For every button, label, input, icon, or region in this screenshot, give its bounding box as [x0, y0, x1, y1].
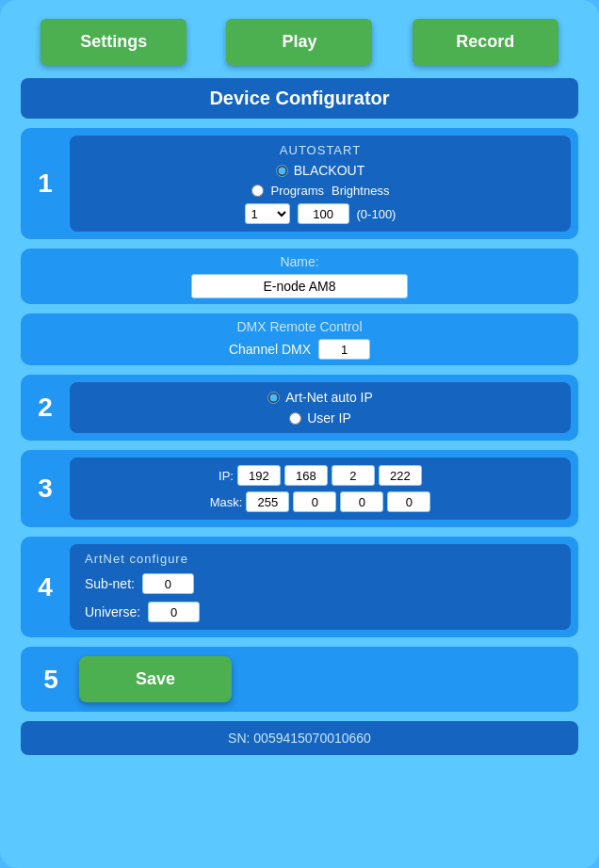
blackout-radio[interactable] — [276, 165, 288, 177]
dmx-title: DMX Remote Control — [34, 319, 565, 334]
brightness-input[interactable] — [298, 203, 349, 224]
section1-row: 1 AUTOSTART BLACKOUT Programs Brightness… — [21, 128, 578, 239]
ip-label: IP: — [219, 469, 234, 483]
ip-row: IP: — [219, 465, 422, 486]
section3-number: 3 — [28, 458, 62, 520]
user-ip-radio[interactable] — [289, 412, 301, 425]
ip2-input[interactable] — [284, 465, 328, 486]
autostart-title: AUTOSTART — [280, 143, 361, 157]
universe-input[interactable] — [148, 602, 200, 622]
user-ip-label: User IP — [307, 410, 351, 426]
mask3-input[interactable] — [340, 491, 383, 512]
save-button[interactable]: Save — [79, 656, 232, 702]
section2-row: 2 Art-Net auto IP User IP — [21, 375, 578, 441]
name-label: Name: — [34, 254, 565, 269]
sn-bar: SN: 0059415070010660 — [21, 721, 578, 755]
section5-number: 5 — [34, 665, 68, 695]
dmx-channel-row: Channel DMX — [229, 339, 370, 360]
blackout-label: BLACKOUT — [294, 163, 364, 178]
artnet-auto-label: Art-Net auto IP — [285, 390, 373, 405]
artnet-ip-panel: Art-Net auto IP User IP — [70, 382, 571, 433]
artnet-configure-title: ArtNet configure — [85, 552, 188, 566]
programs-select[interactable]: 1 2 3 — [245, 203, 290, 224]
user-ip-row: User IP — [289, 410, 351, 426]
programs-label: Programs — [271, 184, 324, 198]
programs-brightness-row: Programs Brightness — [251, 184, 390, 198]
section4-row: 4 ArtNet configure Sub-net: Universe: — [21, 537, 578, 637]
section1-number: 1 — [28, 136, 62, 232]
universe-label: Universe: — [85, 604, 140, 619]
ip3-input[interactable] — [332, 465, 375, 486]
mask-row: Mask: — [210, 491, 431, 512]
section5-row: 5 Save — [21, 647, 578, 712]
brightness-hint: (0-100) — [357, 207, 397, 221]
section3-row: 3 IP: Mask: — [21, 450, 578, 527]
section1-content: AUTOSTART BLACKOUT Programs Brightness 1… — [70, 136, 571, 232]
dmx-channel-input[interactable] — [318, 339, 370, 360]
name-input[interactable] — [191, 274, 408, 298]
name-section: Name: — [21, 249, 578, 304]
record-button[interactable]: Record — [413, 19, 559, 65]
ip1-input[interactable] — [237, 465, 281, 486]
subnet-label: Sub-net: — [85, 576, 135, 591]
programs-inputs-row: 1 2 3 (0-100) — [245, 203, 397, 224]
artnet-configure-panel: ArtNet configure Sub-net: Universe: — [70, 544, 571, 630]
blackout-radio-row: BLACKOUT — [276, 163, 364, 178]
section4-content: ArtNet configure Sub-net: Universe: — [70, 544, 571, 630]
programs-radio[interactable] — [251, 185, 264, 197]
section3-content: IP: Mask: — [70, 458, 571, 520]
section4-number: 4 — [28, 544, 62, 630]
ip-mask-panel: IP: Mask: — [70, 458, 571, 520]
dmx-section: DMX Remote Control Channel DMX — [21, 313, 578, 365]
section2-content: Art-Net auto IP User IP — [70, 382, 571, 433]
artnet-auto-radio[interactable] — [267, 392, 280, 404]
subnet-row: Sub-net: — [85, 573, 194, 594]
dmx-channel-label: Channel DMX — [229, 342, 311, 357]
device-configurator-title: Device Configurator — [21, 78, 578, 119]
mask-label: Mask: — [210, 495, 243, 509]
artnet-auto-row: Art-Net auto IP — [267, 390, 373, 405]
settings-button[interactable]: Settings — [40, 19, 186, 65]
mask1-input[interactable] — [246, 491, 289, 512]
brightness-label: Brightness — [332, 184, 389, 198]
ip4-input[interactable] — [379, 465, 422, 486]
top-buttons-row: Settings Play Record — [21, 19, 578, 65]
section2-number: 2 — [28, 382, 62, 433]
universe-row: Universe: — [85, 602, 200, 622]
autostart-panel: AUTOSTART BLACKOUT Programs Brightness 1… — [70, 136, 571, 232]
main-container: Settings Play Record Device Configurator… — [0, 0, 599, 868]
subnet-input[interactable] — [142, 573, 194, 594]
play-button[interactable]: Play — [226, 19, 372, 65]
mask2-input[interactable] — [293, 491, 336, 512]
mask4-input[interactable] — [387, 491, 430, 512]
